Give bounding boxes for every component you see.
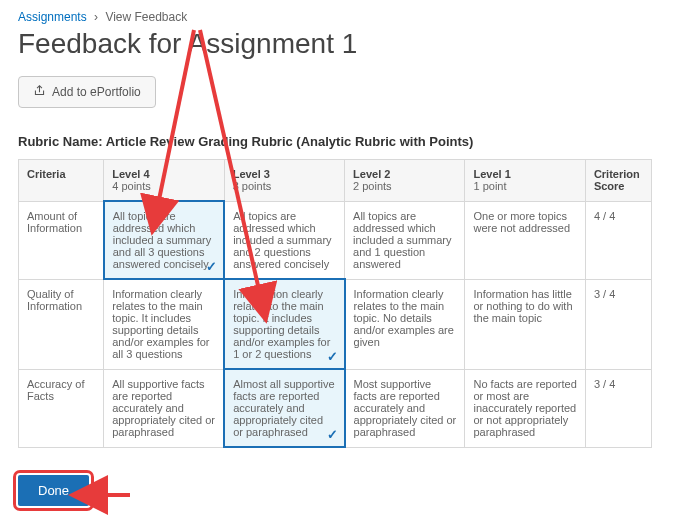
fade-overlay xyxy=(0,456,676,516)
criterion-name: Quality of Information xyxy=(19,279,104,369)
header-criteria: Criteria xyxy=(19,160,104,202)
rubric-cell[interactable]: One or more topics were not addressed xyxy=(465,201,585,279)
rubric-cell[interactable]: No facts are reported or most are inaccu… xyxy=(465,369,585,447)
rubric-cell[interactable]: All topics are addressed which included … xyxy=(345,201,465,279)
add-to-eportfolio-button[interactable]: Add to ePortfolio xyxy=(18,76,156,108)
rubric-table: Criteria Level 44 points Level 33 points… xyxy=(18,159,652,448)
rubric-cell[interactable]: Information has little or nothing to do … xyxy=(465,279,585,369)
rubric-cell[interactable]: All topics are addressed which included … xyxy=(224,201,344,279)
page-title: Feedback for Assignment 1 xyxy=(0,28,676,72)
table-row: Quality of InformationInformation clearl… xyxy=(19,279,652,369)
check-icon: ✓ xyxy=(327,349,338,364)
table-row: Accuracy of FactsAll supportive facts ar… xyxy=(19,369,652,447)
breadcrumb-parent-link[interactable]: Assignments xyxy=(18,10,87,24)
rubric-cell[interactable]: All supportive facts are reported accura… xyxy=(104,369,224,447)
breadcrumb-current: View Feedback xyxy=(105,10,187,24)
header-level-3: Level 33 points xyxy=(224,160,344,202)
add-to-eportfolio-label: Add to ePortfolio xyxy=(52,85,141,99)
criterion-score: 3 / 4 xyxy=(585,279,651,369)
header-level-2: Level 22 points xyxy=(345,160,465,202)
rubric-cell[interactable]: Information clearly relates to the main … xyxy=(224,279,344,369)
criterion-name: Accuracy of Facts xyxy=(19,369,104,447)
rubric-cell[interactable]: Information clearly relates to the main … xyxy=(345,279,465,369)
header-level-1: Level 11 point xyxy=(465,160,585,202)
rubric-cell[interactable]: Most supportive facts are reported accur… xyxy=(345,369,465,447)
header-score: Criterion Score xyxy=(585,160,651,202)
table-row: Amount of InformationAll topics are addr… xyxy=(19,201,652,279)
criterion-name: Amount of Information xyxy=(19,201,104,279)
rubric-name: Rubric Name: Article Review Grading Rubr… xyxy=(0,126,676,159)
check-icon: ✓ xyxy=(327,427,338,442)
chevron-right-icon: › xyxy=(94,10,98,24)
done-button[interactable]: Done xyxy=(18,475,89,506)
check-icon: ✓ xyxy=(206,259,217,274)
criterion-score: 4 / 4 xyxy=(585,201,651,279)
header-level-4: Level 44 points xyxy=(104,160,224,202)
share-icon xyxy=(33,84,46,100)
rubric-cell[interactable]: All topics are addressed which included … xyxy=(104,201,224,279)
breadcrumb: Assignments › View Feedback xyxy=(0,0,676,28)
criterion-score: 3 / 4 xyxy=(585,369,651,447)
rubric-cell[interactable]: Information clearly relates to the main … xyxy=(104,279,224,369)
rubric-cell[interactable]: Almost all supportive facts are reported… xyxy=(224,369,344,447)
